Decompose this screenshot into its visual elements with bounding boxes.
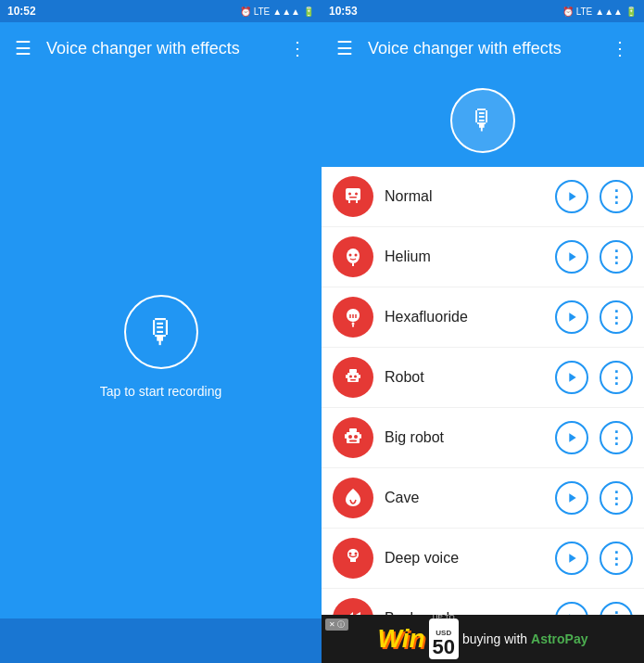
effect-icon-helium xyxy=(333,236,373,277)
svg-point-2 xyxy=(355,193,358,196)
play-button-deep-voice[interactable] xyxy=(555,542,588,575)
play-button-cave[interactable] xyxy=(555,481,588,515)
svg-rect-24 xyxy=(345,434,347,439)
more-button-backwards[interactable]: ⋮ xyxy=(600,602,633,615)
svg-rect-23 xyxy=(349,440,357,442)
svg-rect-25 xyxy=(360,434,361,439)
svg-point-6 xyxy=(347,249,360,263)
right-record-button[interactable]: 🎙 xyxy=(450,88,515,153)
ad-badge[interactable]: ✕ ⓘ xyxy=(325,618,348,631)
svg-point-15 xyxy=(354,376,357,378)
more-button-cave[interactable]: ⋮ xyxy=(600,481,633,515)
more-button-deep-voice[interactable]: ⋮ xyxy=(600,542,633,575)
left-time: 10:52 xyxy=(7,5,36,18)
svg-point-26 xyxy=(349,553,352,555)
record-button[interactable]: 🎙 xyxy=(124,295,198,369)
svg-rect-3 xyxy=(349,197,357,198)
play-button-big-robot[interactable] xyxy=(555,421,588,454)
right-alarm-icon: ⏰ xyxy=(562,6,574,17)
right-app-title: Voice changer with effects xyxy=(368,39,596,58)
ad-content: Win UP TO USD 50 buying with AstroPay xyxy=(377,618,587,659)
svg-point-10 xyxy=(352,323,355,325)
microphone-icon: 🎙 xyxy=(145,312,178,351)
svg-point-8 xyxy=(349,254,352,257)
play-button-helium[interactable] xyxy=(555,240,588,274)
left-toolbar: ☰ Voice changer with effects ⋮ xyxy=(0,22,322,74)
svg-point-14 xyxy=(349,376,352,378)
menu-icon[interactable]: ☰ xyxy=(15,37,32,59)
svg-rect-5 xyxy=(356,200,358,203)
play-button-normal[interactable] xyxy=(555,180,588,213)
effect-icon-deep-voice xyxy=(333,538,373,579)
ad-buying-text: buying with xyxy=(462,631,527,646)
alarm-icon: ⏰ xyxy=(240,6,251,17)
ad-amount: 50 xyxy=(433,637,455,657)
right-menu-icon[interactable]: ☰ xyxy=(336,37,353,59)
svg-point-9 xyxy=(355,254,358,257)
svg-rect-18 xyxy=(359,375,360,378)
more-button-big-robot[interactable]: ⋮ xyxy=(600,421,633,454)
left-app-title: Voice changer with effects xyxy=(46,39,273,58)
ad-usd-box: UP TO USD 50 xyxy=(429,618,459,659)
effects-list: Normal⋮Helium⋮Hexafluoride⋮Robot⋮Big rob… xyxy=(322,167,644,615)
right-microphone-icon: 🎙 xyxy=(469,105,497,136)
effect-name-helium: Helium xyxy=(385,249,544,265)
effect-icon-backwards xyxy=(333,598,373,615)
left-bottom-bar xyxy=(0,618,322,663)
ad-upto-text: UP TO xyxy=(433,615,455,621)
effect-name-hexafluoride: Hexafluoride xyxy=(385,309,544,325)
mic-header: 🎙 xyxy=(322,74,644,167)
list-item: Big robot⋮ xyxy=(322,408,644,468)
left-status-icons: ⏰ LTE ▲▲▲ 🔋 xyxy=(240,6,314,17)
left-status-bar: 10:52 ⏰ LTE ▲▲▲ 🔋 xyxy=(0,0,322,22)
list-item: Cave⋮ xyxy=(322,468,644,529)
right-more-options-icon[interactable]: ⋮ xyxy=(611,37,629,59)
play-button-robot[interactable] xyxy=(555,361,588,394)
battery-icon: 🔋 xyxy=(303,6,314,17)
signal-icon: ▲▲▲ xyxy=(272,6,300,17)
effect-name-big-robot: Big robot xyxy=(385,429,544,446)
effect-name-cave: Cave xyxy=(385,490,544,506)
svg-point-22 xyxy=(354,435,358,439)
right-status-icons: ⏰ LTE ▲▲▲ 🔋 xyxy=(562,6,637,17)
left-content: 🎙 Tap to start recording xyxy=(0,74,322,618)
effect-icon-normal xyxy=(333,176,373,217)
svg-rect-4 xyxy=(348,200,350,203)
effect-name-robot: Robot xyxy=(385,369,544,386)
svg-rect-13 xyxy=(349,369,357,373)
list-item: Deep voice⋮ xyxy=(322,529,644,589)
play-button-backwards[interactable] xyxy=(555,602,588,615)
ad-banner: ✕ ⓘ Win UP TO USD 50 buying with AstroPa… xyxy=(322,615,644,663)
effect-icon-hexafluoride xyxy=(333,297,373,338)
svg-rect-16 xyxy=(350,379,356,381)
tap-to-record-text: Tap to start recording xyxy=(100,384,222,399)
list-item: Hexafluoride⋮ xyxy=(322,287,644,348)
ad-brand-text: AstroPay xyxy=(531,631,587,646)
svg-rect-11 xyxy=(352,325,354,327)
svg-rect-0 xyxy=(346,188,360,200)
svg-rect-20 xyxy=(349,428,357,432)
more-button-robot[interactable]: ⋮ xyxy=(600,361,633,394)
effect-icon-robot xyxy=(333,357,373,398)
right-panel: 10:53 ⏰ LTE ▲▲▲ 🔋 ☰ Voice changer with e… xyxy=(322,0,644,663)
effect-name-normal: Normal xyxy=(385,188,544,205)
more-button-hexafluoride[interactable]: ⋮ xyxy=(600,300,633,334)
right-toolbar: ☰ Voice changer with effects ⋮ xyxy=(322,22,644,74)
more-button-normal[interactable]: ⋮ xyxy=(600,180,633,213)
list-item: Backwards⋮ xyxy=(322,589,644,615)
right-battery-icon: 🔋 xyxy=(625,6,637,17)
svg-point-21 xyxy=(348,435,352,439)
effect-icon-cave xyxy=(333,478,373,518)
right-time: 10:53 xyxy=(329,5,358,18)
right-status-bar: 10:53 ⏰ LTE ▲▲▲ 🔋 xyxy=(322,0,644,22)
list-item: Normal⋮ xyxy=(322,167,644,227)
play-button-hexafluoride[interactable] xyxy=(555,300,588,334)
effect-name-deep-voice: Deep voice xyxy=(385,550,544,567)
right-wifi-icon: LTE xyxy=(576,6,593,17)
right-signal-icon: ▲▲▲ xyxy=(595,6,623,17)
wifi-icon: LTE xyxy=(254,6,271,17)
more-options-icon[interactable]: ⋮ xyxy=(288,37,307,59)
more-button-helium[interactable]: ⋮ xyxy=(600,240,633,274)
list-item: Helium⋮ xyxy=(322,227,644,287)
effect-icon-big-robot xyxy=(333,417,373,458)
